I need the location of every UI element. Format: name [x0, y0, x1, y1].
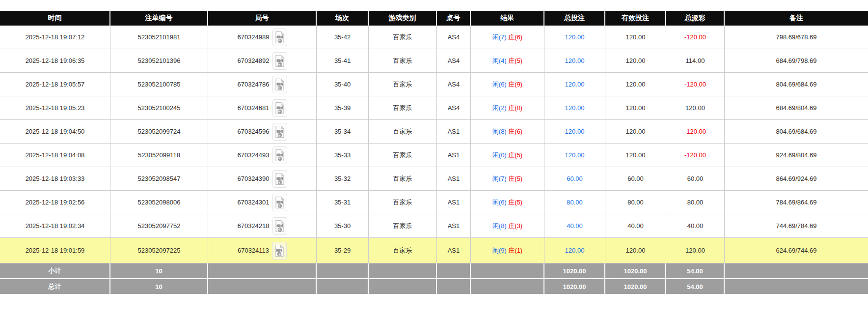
col-header-round-no: 局号	[208, 11, 317, 26]
video-replay-button[interactable]	[272, 123, 287, 141]
result-player: 闲(8)	[492, 128, 507, 135]
video-replay-button[interactable]	[272, 99, 287, 117]
cell-bet-number: 523052098547	[110, 167, 208, 191]
summary-total-bet: 1020.00	[544, 263, 605, 279]
cell-result: 闲(2) 庄(0)	[471, 96, 544, 120]
video-replay-button[interactable]	[272, 29, 287, 46]
video-replay-button[interactable]	[272, 76, 287, 93]
result-banker: 庄(6)	[508, 33, 522, 41]
round-number-group: 670324390	[237, 170, 287, 188]
cell-session: 35-41	[317, 49, 369, 73]
cell-valid-bet: 60.00	[605, 167, 666, 191]
cell-result: 闲(0) 庄(5)	[471, 144, 544, 167]
cell-remark: 624.69/744.69	[725, 238, 868, 263]
table-row[interactable]: 2025-12-18 19:04:08523052099118670324493…	[0, 144, 868, 167]
cell-table-number: AS1	[437, 167, 471, 191]
video-replay-button[interactable]	[272, 146, 287, 164]
cell-table-number: AS1	[437, 191, 471, 214]
cell-session: 35-40	[317, 73, 369, 96]
cell-valid-bet: 120.00	[605, 49, 666, 73]
cell-bet-number: 523052100785	[110, 73, 208, 96]
result-banker: 庄(9)	[508, 81, 522, 88]
video-replay-button[interactable]	[272, 217, 287, 235]
round-number-text: 670324493	[237, 151, 269, 159]
table-row[interactable]: 2025-12-18 19:06:35523052101396670324892…	[0, 49, 868, 73]
cell-bet-number: 523052100245	[110, 96, 208, 120]
summary-valid-bet: 1020.00	[605, 263, 666, 279]
round-number-group: 670324113	[238, 242, 287, 260]
video-replay-button[interactable]	[272, 194, 287, 211]
cell-total-bet: 40.00	[544, 214, 605, 238]
table-row[interactable]: 2025-12-18 19:04:50523052099724670324596…	[0, 120, 868, 144]
cell-total-bet: 120.00	[544, 120, 605, 144]
video-replay-icon	[274, 78, 285, 91]
video-replay-button[interactable]	[272, 242, 287, 260]
col-header-result: 结果	[471, 11, 544, 26]
cell-remark: 804.69/684.69	[725, 73, 868, 96]
cell-payout: 40.00	[666, 214, 725, 238]
cell-payout: -120.00	[666, 26, 725, 49]
round-number-group: 670324892	[237, 52, 287, 70]
cell-round-number: 670324301	[208, 191, 317, 214]
cell-time: 2025-12-18 19:07:12	[0, 26, 110, 49]
cell-game-type: 百家乐	[369, 73, 437, 96]
table-row[interactable]: 2025-12-18 19:03:33523052098547670324390…	[0, 167, 868, 191]
cell-bet-number: 523052101396	[110, 49, 208, 73]
cell-session: 35-39	[317, 96, 369, 120]
table-row[interactable]: 2025-12-18 19:02:56523052098006670324301…	[0, 191, 868, 214]
cell-valid-bet: 40.00	[605, 214, 666, 238]
result-player: 闲(2)	[492, 104, 507, 112]
cell-remark: 924.69/804.69	[725, 144, 868, 167]
cell-bet-number: 523052097225	[110, 238, 208, 263]
cell-game-type: 百家乐	[369, 120, 437, 144]
summary-count: 10	[110, 279, 208, 295]
result-banker: 庄(5)	[508, 57, 522, 64]
table-row[interactable]: 2025-12-18 19:05:57523052100785670324786…	[0, 73, 868, 96]
table-row-highlighted[interactable]: 2025-12-18 19:01:59523052097225670324113…	[0, 238, 868, 263]
video-replay-icon	[274, 220, 285, 232]
cell-game-type: 百家乐	[369, 49, 437, 73]
cell-session: 35-29	[317, 238, 369, 263]
cell-game-type: 百家乐	[369, 144, 437, 167]
result-player: 闲(7)	[492, 33, 507, 41]
table-row[interactable]: 2025-12-18 19:05:23523052100245670324681…	[0, 96, 868, 120]
cell-session: 35-30	[317, 214, 369, 238]
cell-time: 2025-12-18 19:04:08	[0, 144, 110, 167]
cell-time: 2025-12-18 19:02:34	[0, 214, 110, 238]
video-replay-icon	[274, 125, 285, 138]
round-number-text: 670324892	[237, 57, 269, 64]
summary-count: 10	[110, 263, 208, 279]
cell-valid-bet: 120.00	[605, 73, 666, 96]
cell-session: 35-33	[317, 144, 369, 167]
cell-time: 2025-12-18 19:06:35	[0, 49, 110, 73]
round-number-group: 670324681	[237, 99, 287, 117]
cell-round-number: 670324596	[208, 120, 317, 144]
table-row[interactable]: 2025-12-18 19:02:34523052097752670324218…	[0, 214, 868, 238]
cell-total-bet: 80.00	[544, 191, 605, 214]
summary-valid-bet: 1020.00	[605, 279, 666, 295]
video-replay-icon	[274, 149, 285, 162]
cell-total-bet: 120.00	[544, 144, 605, 167]
video-replay-icon	[274, 55, 285, 67]
result-banker: 庄(3)	[508, 222, 522, 230]
summary-label: 小计	[0, 263, 110, 279]
video-replay-button[interactable]	[272, 52, 287, 70]
summary-empty-remark	[725, 263, 868, 279]
cell-game-type: 百家乐	[369, 96, 437, 120]
cell-payout: -120.00	[666, 144, 725, 167]
col-header-time: 时间	[0, 11, 110, 26]
cell-total-bet: 120.00	[544, 73, 605, 96]
cell-round-number: 670324786	[208, 73, 317, 96]
table-row[interactable]: 2025-12-18 19:07:12523052101981670324989…	[0, 26, 868, 49]
round-number-group: 670324301	[237, 194, 287, 211]
cell-table-number: AS1	[437, 144, 471, 167]
cell-total-bet: 60.00	[544, 167, 605, 191]
cell-remark: 744.69/784.69	[725, 214, 868, 238]
cell-round-number: 670324989	[208, 26, 317, 49]
cell-round-number: 670324218	[208, 214, 317, 238]
cell-remark: 804.69/684.69	[725, 120, 868, 144]
cell-table-number: AS1	[437, 120, 471, 144]
col-header-game: 游戏类别	[369, 11, 437, 26]
video-replay-button[interactable]	[272, 170, 287, 188]
col-header-table-no: 桌号	[437, 11, 471, 26]
